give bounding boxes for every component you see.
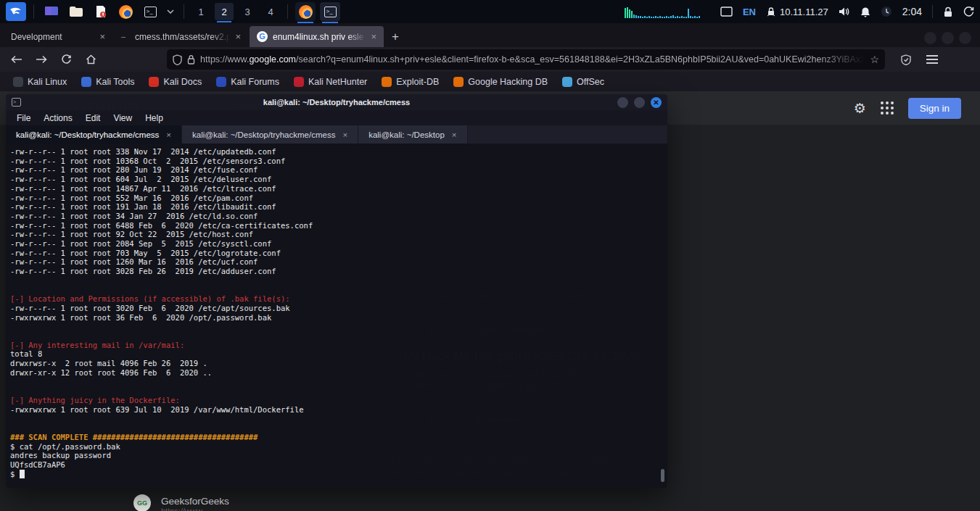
protections-button[interactable] xyxy=(895,50,917,69)
terminal-window-title: kali@kali: ~/Desktop/tryhackme/cmess xyxy=(6,98,667,107)
kali-nethunter-icon xyxy=(294,77,304,87)
vpn-ip-indicator[interactable]: 10.11.11.27 xyxy=(766,7,828,17)
bookmark-kali-docs[interactable]: Kali Docs xyxy=(143,75,207,89)
bookmark-kali-linux[interactable]: Kali Linux xyxy=(7,75,73,89)
browser-tab[interactable]: Development× xyxy=(4,26,112,47)
search-result-geeksforgeeks[interactable]: GG GeeksforGeeks https://www. xyxy=(133,494,229,511)
terminal-window: Googleenum4linux.sh priv esle(Linux) pri… xyxy=(6,94,667,488)
result-url[interactable]: https://www. xyxy=(161,507,229,511)
terminal-tab[interactable]: kali@kali: ~/Desktop× xyxy=(358,125,467,144)
terminal-minimize-button[interactable] xyxy=(617,97,628,108)
workspace-button-1[interactable]: 1 xyxy=(192,3,210,20)
lock-screen-icon[interactable] xyxy=(943,7,953,17)
file-manager-shortcut[interactable] xyxy=(66,2,86,21)
terminal-menu-bar: FileActionsEditViewHelp xyxy=(6,110,667,125)
url-bar[interactable]: https://www.google.com/search?q=enum4lin… xyxy=(167,49,885,70)
display-settings-shortcut[interactable] xyxy=(41,2,62,21)
bookmark-offsec[interactable]: OffSec xyxy=(556,75,610,89)
terminal-tab-close-icon[interactable]: × xyxy=(342,130,347,139)
terminal-menu-help[interactable]: Help xyxy=(139,112,170,125)
maximize-button[interactable] xyxy=(942,32,954,44)
screen-layout-icon[interactable] xyxy=(720,7,733,17)
system-tray: EN 10.11.11.27 2:04 xyxy=(625,5,974,18)
close-button[interactable] xyxy=(959,32,971,44)
settings-gear-icon[interactable]: ⚙ xyxy=(854,100,866,117)
updates-icon[interactable] xyxy=(881,6,892,17)
workspace-button-3[interactable]: 3 xyxy=(238,3,257,20)
bookmark-label: Google Hacking DB xyxy=(468,77,548,87)
bookmark-kali-tools[interactable]: Kali Tools xyxy=(75,75,140,89)
terminal-tab-title: kali@kali: ~/Desktop/tryhackme/cmess xyxy=(192,130,335,139)
workspace-button-4[interactable]: 4 xyxy=(261,3,280,20)
terminal-menu-actions[interactable]: Actions xyxy=(37,112,78,125)
bookmark-exploit-db[interactable]: Exploit-DB xyxy=(376,75,445,89)
bookmark-label: OffSec xyxy=(577,77,604,87)
terminal-menu-edit[interactable]: Edit xyxy=(79,112,107,125)
url-text[interactable]: https://www.google.com/search?q=enum4lin… xyxy=(200,54,865,65)
text-editor-shortcut[interactable] xyxy=(91,2,111,21)
notifications-bell-icon[interactable] xyxy=(860,7,870,17)
bookmark-label: Kali Docs xyxy=(163,77,202,87)
bookmarks-toolbar: Kali LinuxKali ToolsKali DocsKali Forums… xyxy=(0,72,980,91)
back-button[interactable] xyxy=(6,50,28,69)
tab-close-icon[interactable]: × xyxy=(99,31,105,42)
terminal-tab[interactable]: kali@kali: ~/Desktop/tryhackme/cmess× xyxy=(182,125,358,144)
sign-in-button[interactable]: Sign in xyxy=(908,98,961,119)
kali-menu-button[interactable] xyxy=(6,2,26,21)
volume-icon[interactable] xyxy=(839,7,850,17)
tab-close-icon[interactable]: × xyxy=(371,31,376,42)
firefox-navigation-bar: https://www.google.com/search?q=enum4lin… xyxy=(0,47,980,72)
tab-title: enum4linux.sh priv esle - xyxy=(273,32,366,42)
terminal-shortcut[interactable]: >_ xyxy=(140,2,160,21)
padlock-icon[interactable] xyxy=(187,54,195,65)
browser-tab[interactable]: –cmess.thm/assets/rev2.p× xyxy=(114,26,248,47)
tab-close-icon[interactable]: × xyxy=(235,31,241,42)
firefox-shortcut[interactable] xyxy=(115,2,136,21)
logout-icon[interactable] xyxy=(963,7,974,17)
bookmark-google-hacking-db[interactable]: Google Hacking DB xyxy=(448,75,553,89)
page-favicon: – xyxy=(121,33,130,41)
taskbar-firefox-window[interactable] xyxy=(295,2,316,21)
clock[interactable]: 2:04 xyxy=(902,6,922,17)
home-icon xyxy=(86,54,96,65)
tracking-shield-icon[interactable] xyxy=(173,54,182,65)
result-source-name[interactable]: GeeksforGeeks xyxy=(161,494,229,507)
kali-dragon-icon xyxy=(9,5,22,18)
terminal-menu-view[interactable]: View xyxy=(107,112,139,125)
taskbar-separator xyxy=(33,4,34,19)
bookmark-kali-nethunter[interactable]: Kali NetHunter xyxy=(288,75,373,89)
terminal-tab-bar: kali@kali: ~/Desktop/tryhackme/cmess×kal… xyxy=(6,125,667,144)
ip-address: 10.11.11.27 xyxy=(780,7,828,17)
reload-icon xyxy=(61,54,72,65)
bookmark-star-icon[interactable]: ☆ xyxy=(870,54,879,65)
terminal-titlebar[interactable]: > kali@kali: ~/Desktop/tryhackme/cmess ✕ xyxy=(6,94,667,110)
vpn-lock-icon xyxy=(766,7,776,17)
terminal-tab-close-icon[interactable]: × xyxy=(452,130,457,139)
taskbar-separator xyxy=(184,4,184,19)
cpu-usage-graph[interactable] xyxy=(625,5,710,18)
terminal-output[interactable]: -rw-r--r-- 1 root root 338 Nov 17 2014 /… xyxy=(6,144,667,488)
home-button[interactable] xyxy=(80,50,102,69)
app-menu-button[interactable] xyxy=(921,50,943,69)
taskbar-terminal-window[interactable]: >_ xyxy=(320,2,340,21)
reload-button[interactable] xyxy=(55,50,77,69)
browser-tab[interactable]: Genum4linux.sh priv esle -× xyxy=(250,26,384,47)
terminal-icon: > xyxy=(12,98,21,107)
minimize-button[interactable] xyxy=(924,32,936,44)
new-tab-button[interactable]: + xyxy=(384,26,406,47)
workspace-button-2[interactable]: 2 xyxy=(215,3,234,20)
terminal-maximize-button[interactable] xyxy=(634,97,645,108)
forward-button[interactable] xyxy=(30,50,52,69)
terminal-close-button[interactable]: ✕ xyxy=(651,97,662,108)
google-apps-grid-icon[interactable] xyxy=(881,101,894,115)
keyboard-layout-indicator[interactable]: EN xyxy=(743,7,756,17)
kali-dragon-icon xyxy=(13,77,23,87)
terminal-scrollbar-thumb[interactable] xyxy=(661,469,664,482)
terminal-dropdown[interactable] xyxy=(165,2,176,21)
terminal-tab[interactable]: kali@kali: ~/Desktop/tryhackme/cmess× xyxy=(6,125,182,144)
firefox-icon xyxy=(299,5,313,19)
bookmark-kali-forums[interactable]: Kali Forums xyxy=(210,75,285,89)
terminal-tab-close-icon[interactable]: × xyxy=(166,130,171,139)
terminal-menu-file[interactable]: File xyxy=(10,112,37,125)
firefox-icon xyxy=(119,5,133,19)
